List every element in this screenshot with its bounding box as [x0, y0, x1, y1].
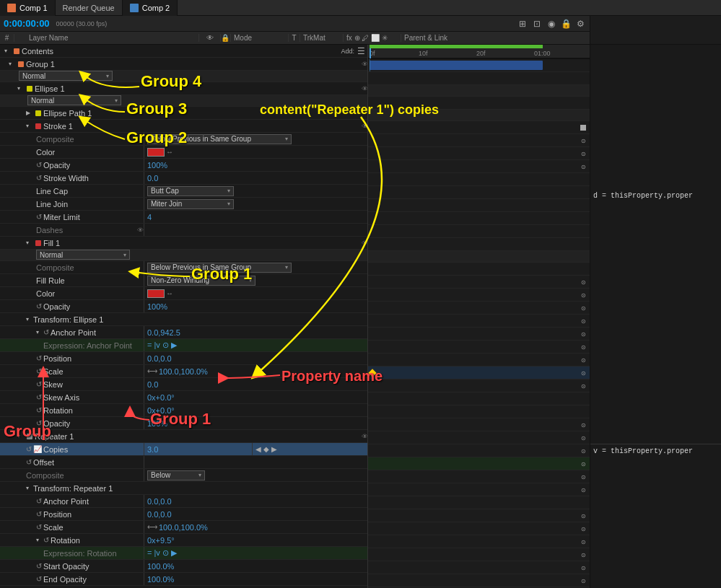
copies-controls: ◀ ◆ ▶ [253, 445, 280, 453]
fill-color-swatch[interactable] [147, 289, 165, 298]
strokewidth-val: 0.0 [147, 174, 158, 183]
linecap-name: Line Cap [36, 187, 68, 196]
add-button[interactable]: ☰ [357, 46, 365, 56]
fillrule-dd[interactable]: Non-Zero Winding ▾ [147, 276, 255, 286]
expr-rotation-name: Expression: Rotation [43, 549, 117, 558]
fill-color-edit[interactable]: ↔ [166, 289, 173, 297]
row-fill-opacity: ↺ Opacity 100% [0, 300, 367, 313]
linecap-dd[interactable]: Butt Cap ▾ [147, 186, 234, 196]
ellipse1-mode-row: Normal ▾ [0, 95, 367, 107]
skewaxis1-val: 0x+0.0° [147, 393, 175, 402]
lock-icon[interactable]: 🔒 [560, 18, 572, 30]
skewaxis1-name: Skew Axis [43, 393, 79, 402]
row-transform-repeater1[interactable]: ▾ Transform: Repeater 1 [0, 482, 367, 495]
color1-edit[interactable]: ↔ [166, 148, 173, 156]
repeater1-name: Repeater 1 [35, 432, 74, 441]
repeater1-vis[interactable]: 👁 [362, 433, 368, 440]
timeline-ruler: 0f 10f 20f 01:00 [368, 45, 590, 59]
dashes-name: Dashes [36, 226, 63, 234]
tab-comp2-label: Comp 2 [142, 4, 170, 12]
linejoin-dd[interactable]: Miter Join ▾ [147, 199, 234, 209]
group1-vis[interactable]: 👁 [362, 61, 368, 68]
transform-repeater1-name: Transform: Repeater 1 [33, 484, 113, 493]
col-t-header: T [289, 34, 300, 42]
group1-mode-dd[interactable]: Normal ▾ [19, 71, 113, 81]
fill-opacity-val: 100% [147, 302, 167, 311]
col-lock: 🔒 [221, 34, 231, 42]
dashes-vis[interactable]: 👁 [137, 227, 144, 234]
ellipse-opacity-name: Opacity [43, 419, 70, 428]
tab-bar: Comp 1 Render Queue Comp 2 [0, 0, 721, 16]
ellipse1-mode-dd[interactable]: Normal ▾ [27, 95, 121, 105]
row-fill-color: Color ↔ [0, 287, 367, 300]
opacity1-name: Opacity [43, 161, 70, 170]
expand-contents[interactable]: ▾ [4, 48, 12, 55]
fill1-name: Fill 1 [43, 239, 60, 247]
fps-display: 00000 (30.00 fps) [56, 20, 108, 27]
endopacity-name: End Opacity [43, 575, 87, 584]
col-trkmat-header: TrkMat [300, 34, 344, 42]
tab-comp2[interactable]: Comp 2 [123, 0, 178, 16]
ellipse1-name: Ellipse 1 [35, 84, 65, 93]
row-scale1: ↺ Scale ⟷ 100.0,100.0% [0, 365, 367, 378]
row-expr-rotation: Expression: Rotation = |v ⊙ ▶ [0, 547, 367, 560]
fill1-vis[interactable]: 👁 [362, 240, 368, 247]
ellipsepath1-name: Ellipse Path 1 [43, 109, 92, 118]
row-fill1[interactable]: ▾ Fill 1 👁 [0, 237, 367, 250]
row-skew1: ↺ Skew 0.0 [0, 378, 367, 391]
position1-val: 0.0,0.0 [147, 354, 172, 363]
row-ellipsepath1[interactable]: ▶ Ellipse Path 1 [0, 107, 367, 120]
tab-comp1-label: Comp 1 [19, 4, 48, 12]
miterlimit-val: 4 [147, 213, 152, 221]
composite1-name: Composite [36, 135, 74, 144]
row-copies[interactable]: ↺ 📈 Copies 3.0 ◀ ◆ ▶ [0, 443, 367, 456]
code-area-bottom: v = thisProperty.proper [590, 444, 721, 588]
row-pos-repeater: ↺ Position 0.0,0.0 [0, 508, 367, 521]
comp1-icon [7, 4, 16, 12]
col-mode-header: Mode [231, 34, 289, 42]
copies-name: Copies [43, 445, 68, 454]
composite-below-dd[interactable]: Below ▾ [147, 470, 205, 481]
anchorpoint1-name: Anchor Point [51, 328, 96, 337]
row-ellipse1[interactable]: ▾ Ellipse 1 👁 [0, 82, 367, 95]
composite1-dd[interactable]: Below Previous in Same Group ▾ [147, 134, 292, 144]
ellipse1-vis[interactable]: 👁 [362, 85, 368, 92]
anchorpoint1-val: 0.0,942.5 [147, 328, 180, 337]
col-vis: 👁 [199, 34, 221, 42]
row-contents[interactable]: ▾ Contents Add: ☰ [0, 45, 367, 58]
row-group1[interactable]: ▾ Group 1 👁 [0, 58, 367, 71]
settings-icon[interactable]: ⚙ [574, 18, 586, 30]
copies-prev-kf[interactable]: ◀ [255, 445, 261, 453]
row-repeater1[interactable]: ▾ Repeater 1 👁 [0, 430, 367, 443]
toggle-icon[interactable]: ⊞ [517, 18, 528, 30]
stroke1-name: Stroke 1 [43, 122, 73, 131]
miterlimit-name: Miter Limit [43, 213, 80, 221]
row-ellipse-opacity: ↺ Opacity 100% [0, 417, 367, 430]
copies-add-kf[interactable]: ◆ [263, 445, 269, 453]
row-fill-composite: Composite Below Previous in Same Group ▾ [0, 261, 367, 274]
position1-name: Position [43, 354, 71, 363]
tab-comp1[interactable]: Comp 1 [0, 0, 56, 16]
scale1-val: 100.0,100.0% [159, 367, 208, 376]
solo-icon[interactable]: ◉ [546, 18, 557, 30]
fill1-mode-dd[interactable]: Normal ▾ [36, 250, 130, 260]
row-miterlimit: ↺ Miter Limit 4 [0, 211, 367, 224]
tab-renderqueue[interactable]: Render Queue [56, 0, 123, 16]
stroke1-vis[interactable]: 👁 [362, 123, 368, 130]
fill-composite-dd[interactable]: Below Previous in Same Group ▾ [147, 263, 292, 273]
linejoin-name: Line Join [36, 200, 68, 209]
row-stroke1[interactable]: ▾ Stroke 1 👁 [0, 120, 367, 133]
pos-repeater-name: Position [43, 510, 71, 519]
camera-icon[interactable]: ⊡ [531, 18, 543, 30]
skew1-name: Skew [43, 380, 63, 389]
row-transform-ellipse1[interactable]: ▾ Transform: Ellipse 1 [0, 313, 367, 326]
col-layername-header: Layer Name [26, 34, 199, 42]
row-opacity1: ↺ Opacity 100% [0, 159, 367, 172]
row-color1: Color ↔ [0, 146, 367, 159]
time-controls: 0:00:00:00 00000 (30.00 fps) ⊞ ⊡ ◉ 🔒 ⚙ [0, 16, 590, 32]
color1-swatch[interactable] [147, 148, 165, 157]
skew1-val: 0.0 [147, 380, 158, 389]
copies-next-kf[interactable]: ▶ [271, 445, 277, 453]
row-linejoin: Line Join Miter Join ▾ [0, 198, 367, 211]
expr-anchorpoint-val: = |v ⊙ ▶ [147, 341, 177, 350]
